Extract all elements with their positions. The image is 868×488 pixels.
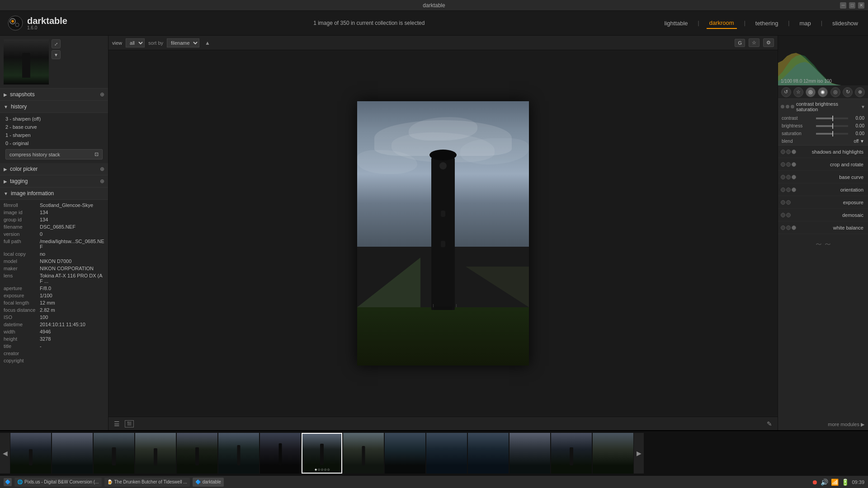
zoom-button[interactable]: ▼ <box>52 50 61 59</box>
filmstrip-thumb[interactable] <box>52 433 93 474</box>
module-preset-ctrl[interactable] <box>786 225 791 230</box>
module-settings-ctrl[interactable] <box>792 175 796 179</box>
settings-button[interactable]: ⚙ <box>763 38 774 47</box>
add-button[interactable]: ⊕ <box>855 87 865 97</box>
sort-select[interactable]: filename <box>167 38 199 47</box>
color-picker-header[interactable]: ▶ color picker ⊕ <box>0 163 108 175</box>
filmstrip-thumb[interactable] <box>10 433 51 474</box>
module-enable-ctrl[interactable] <box>781 213 785 217</box>
module-enable-ctrl[interactable] <box>781 200 785 205</box>
filmstrip-thumb[interactable] <box>468 433 509 474</box>
filmstrip-thumb-active[interactable]: ★☆☆☆☆ <box>302 433 342 474</box>
circle-button-3[interactable]: ◎ <box>830 87 840 97</box>
history-header[interactable]: ▼ history <box>0 101 108 113</box>
nav-slideshow[interactable]: slideshow <box>830 18 861 28</box>
filmstrip-thumb[interactable] <box>343 433 384 474</box>
module-preset-ctrl[interactable] <box>786 175 791 179</box>
filmstrip-thumb[interactable] <box>385 433 425 474</box>
history-item[interactable]: 2 - base curve <box>2 123 106 131</box>
filmstrip-nav-left[interactable]: ◀ <box>0 433 10 474</box>
menu-icon[interactable]: ☰ <box>112 419 121 428</box>
module-controls <box>781 162 796 167</box>
module-enable-ctrl[interactable] <box>781 188 785 192</box>
cbs-reset-dot[interactable] <box>791 105 794 108</box>
filmstrip-thumb[interactable] <box>593 433 633 474</box>
thumbnail-image <box>4 39 49 84</box>
more-modules-button[interactable]: more modules ▶ <box>778 419 868 430</box>
image-info-header[interactable]: ▼ image information <box>0 188 108 200</box>
module-settings-ctrl[interactable] <box>792 162 796 167</box>
filmstrip-thumb[interactable] <box>509 433 550 474</box>
filmstrip-thumb[interactable] <box>135 433 176 474</box>
contrast-slider[interactable] <box>816 117 848 119</box>
circle-button-2[interactable]: ◉ <box>818 87 828 97</box>
minimize-button[interactable]: ─ <box>840 2 846 9</box>
cbs-enable-dot[interactable] <box>781 105 784 108</box>
filmstrip-thumb[interactable] <box>177 433 217 474</box>
saturation-slider[interactable] <box>816 133 848 135</box>
filmstrip-icon: ⬛ <box>125 420 134 427</box>
sort-order-button[interactable]: ▲ <box>205 40 210 46</box>
edit-icon[interactable]: ✎ <box>765 419 774 428</box>
module-preset-ctrl[interactable] <box>786 150 791 154</box>
module-settings-ctrl[interactable] <box>792 188 796 192</box>
reset-button[interactable]: ↺ <box>781 87 791 97</box>
filmstrip-nav-right[interactable]: ▶ <box>634 433 644 474</box>
module-preset-ctrl[interactable] <box>786 200 791 205</box>
view-select[interactable]: all <box>126 38 145 47</box>
module-preset-ctrl[interactable] <box>786 162 791 167</box>
star-filter-button[interactable]: ☆ <box>749 38 760 47</box>
filmstrip-thumb[interactable] <box>218 433 259 474</box>
browser-tab-pixls[interactable]: 🌐 Pixls.us - Digital B&W Conversion (... <box>14 478 102 487</box>
history-item[interactable]: 0 - original <box>2 139 106 147</box>
darktable-taskbar-btn[interactable]: 🔷 darktable <box>193 478 224 487</box>
audio-icon[interactable]: 🔊 <box>821 479 828 486</box>
brightness-slider[interactable] <box>816 125 848 127</box>
demosaic-module[interactable]: demosaic <box>778 209 868 221</box>
nav-darkroom[interactable]: darkroom <box>707 18 737 29</box>
module-preset-ctrl[interactable] <box>786 188 791 192</box>
app-menu-icon[interactable]: 🔷 <box>4 478 12 486</box>
filmstrip-thumb[interactable] <box>426 433 467 474</box>
preset-button[interactable]: ☆ <box>793 87 803 97</box>
main-thumbnail[interactable] <box>4 39 49 84</box>
crop-rotate-module[interactable]: crop and rotate <box>778 158 868 171</box>
exposure-module[interactable]: exposure <box>778 196 868 209</box>
module-settings-ctrl[interactable] <box>792 150 796 154</box>
snapshots-header[interactable]: ▶ snapshots ⊕ <box>0 89 108 101</box>
circle-button-1[interactable]: ◎ <box>806 87 816 97</box>
brightness-label: brightness <box>782 123 813 128</box>
orientation-module[interactable]: orientation <box>778 183 868 196</box>
module-enable-ctrl[interactable] <box>781 162 785 167</box>
module-enable-ctrl[interactable] <box>781 175 785 179</box>
module-enable-ctrl[interactable] <box>781 225 785 230</box>
module-enable-ctrl[interactable] <box>781 150 785 154</box>
base-curve-module[interactable]: base curve <box>778 171 868 183</box>
module-preset-ctrl[interactable] <box>786 213 791 217</box>
history-item[interactable]: 1 - sharpen <box>2 131 106 139</box>
white-balance-module[interactable]: white balance <box>778 221 868 234</box>
history-item[interactable]: 3 - sharpen (off) <box>2 115 106 123</box>
battery-icon[interactable]: 🔋 <box>841 479 849 486</box>
shadows-highlights-module[interactable]: shadows and highlights <box>778 145 868 158</box>
nav-tethering[interactable]: tethering <box>753 18 781 28</box>
module-settings-ctrl[interactable] <box>792 225 796 230</box>
refresh-button[interactable]: ↻ <box>843 87 853 97</box>
fullscreen-button[interactable]: ⤢ <box>52 39 61 48</box>
browser-tab-drunken-butcher[interactable]: 🍺 The Drunken Butcher of Tideswell ... <box>104 478 190 487</box>
close-button[interactable]: ✕ <box>858 2 864 9</box>
compress-history-button[interactable]: compress history stack ⊡ <box>5 149 103 160</box>
filmstrip-toggle-icon[interactable]: ⬛ <box>125 419 134 428</box>
image-viewer[interactable]: | | <box>108 50 778 417</box>
cbs-preset-dot[interactable] <box>786 105 789 108</box>
filmstrip-thumb[interactable] <box>260 433 301 474</box>
filmstrip-thumb[interactable] <box>94 433 134 474</box>
nav-map[interactable]: map <box>797 18 813 28</box>
filmstrip-thumb[interactable] <box>551 433 592 474</box>
restore-button[interactable]: □ <box>849 2 855 9</box>
cbs-header[interactable]: contrast brightness saturation ▼ <box>778 99 868 114</box>
tagging-header[interactable]: ▶ tagging ⊕ <box>0 175 108 188</box>
grid-icon[interactable]: G <box>735 39 745 47</box>
nav-lighttable[interactable]: lighttable <box>662 18 691 28</box>
network-icon[interactable]: 📶 <box>831 479 839 486</box>
